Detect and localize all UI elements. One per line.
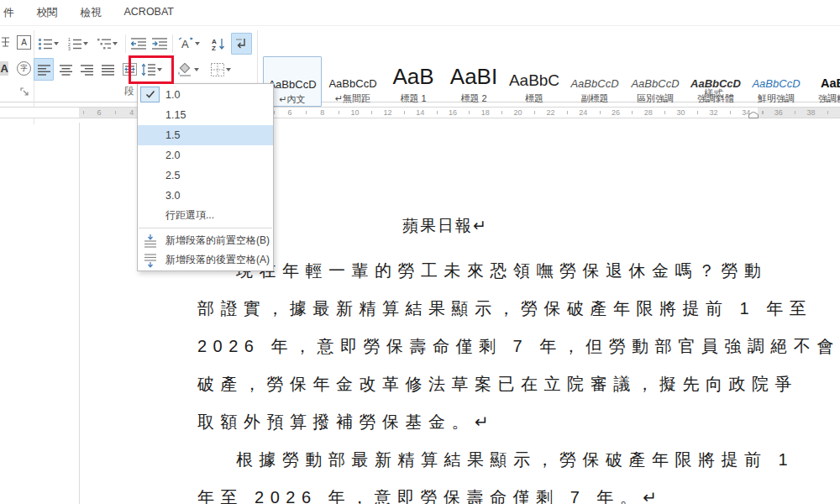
style-gallery-item[interactable]: AaBbCcD區別強調 [626, 56, 685, 107]
ruler-tick [371, 111, 372, 114]
ruler-number: 38 [803, 108, 820, 118]
document-text-line[interactable]: 部證實，據最新精算結果顯示，勞保破產年限將提前 1 年至 [197, 290, 769, 328]
numbering-caret-icon [83, 42, 88, 45]
ruler-number: 12 [379, 108, 396, 118]
style-sample: AaBbCcD [747, 56, 806, 90]
shading-caret-icon [194, 68, 199, 71]
spacing-option-3.0[interactable]: 3.0 [138, 186, 273, 206]
menu-tab-4[interactable]: ACROBAT [124, 6, 175, 20]
character-border-icon[interactable]: A [15, 34, 33, 51]
style-sample: AaBbC [505, 56, 564, 90]
spacing-option-1.15[interactable]: 1.15 [138, 105, 273, 125]
style-label: ↵無間距 [323, 92, 382, 105]
phonetic-guide-icon[interactable] [0, 34, 12, 50]
menu-tab-3[interactable]: 檢視 [81, 6, 102, 20]
enclose-characters-glyph: 字 [17, 61, 31, 76]
ruler-number: 32 [705, 108, 722, 118]
document-text-line[interactable]: 取額外預算撥補勞保基金。↵ [197, 403, 769, 441]
spacing-option-2.0[interactable]: 2.0 [138, 145, 273, 165]
line-spacing-caret-icon [157, 68, 162, 71]
style-gallery-item[interactable]: AaBbCcD鮮明強調 [747, 56, 806, 107]
spacing-option-1.5[interactable]: 1.5 [138, 125, 273, 145]
line-spacing-button[interactable] [135, 59, 168, 81]
multilevel-caret-icon [113, 42, 118, 45]
style-sample: AaBbCcD [626, 56, 685, 90]
ribbon: A A 字 123 A [0, 26, 840, 102]
style-label: 鮮明強調 [747, 92, 806, 105]
page-left-edge [79, 123, 80, 504]
document-body[interactable]: 現在年輕一輩的勞工未來恐領嘸勞保退休金嗎？勞動部證實，據最新精算結果顯示，勞保破… [197, 252, 769, 504]
spacing-option-1.0[interactable]: 1.0 [138, 85, 273, 105]
bullets-button[interactable] [36, 34, 61, 54]
show-paragraph-marks-button[interactable] [231, 33, 252, 55]
increase-indent-button[interactable] [150, 34, 169, 54]
spacing-option-label: 1.5 [165, 129, 180, 141]
borders-button[interactable] [206, 58, 236, 81]
document-text-line[interactable]: 破產，勞保年金改革修法草案已在立院審議，擬先向政院爭 [197, 365, 769, 403]
spacing-option-label: 2.5 [165, 170, 180, 181]
style-sample: AaBb [807, 56, 840, 90]
style-gallery-item[interactable]: AaBI標題 2 [444, 56, 503, 107]
ruler-tick [501, 111, 502, 114]
styles-gallery: AaBbCcD↵內文AaBbCcD↵無間距AaB標題 1AaBI標題 2AaBb… [259, 55, 840, 108]
line-spacing-menu: 1.01.151.52.02.53.0行距選項...新增段落的前置空格(B)新增… [137, 83, 274, 271]
menu-tab-1[interactable]: 件 [3, 6, 14, 20]
ruler-number: 36 [770, 108, 787, 118]
spacing-option-label: 1.15 [165, 109, 186, 121]
style-sample: AaBbCcD [565, 56, 624, 90]
separator [125, 34, 126, 53]
add-space-after-item[interactable]: 新增段落的後置空格(A) [138, 250, 273, 270]
document-text-line[interactable]: 2026 年，意即勞保壽命僅剩 7 年，但勞動部官員強調絕不會 [197, 328, 769, 365]
add-space-before-item[interactable]: 新增段落的前置空格(B) [138, 231, 273, 250]
ruler-number: 6 [91, 108, 108, 118]
borders-caret-icon [226, 68, 231, 71]
align-center-button[interactable] [55, 58, 76, 81]
spacing-option-label: 3.0 [165, 190, 180, 202]
decrease-indent-button[interactable] [129, 34, 148, 54]
numbering-button[interactable]: 123 [66, 34, 91, 54]
align-left-button[interactable] [34, 58, 54, 81]
ruler-number: 10 [347, 108, 364, 118]
enclose-characters-icon[interactable]: 字 [15, 60, 33, 77]
spacing-option-2.5[interactable]: 2.5 [138, 165, 273, 186]
add-space-after-icon [143, 253, 158, 268]
style-gallery-item[interactable]: AaBbCcD副標題 [565, 56, 624, 107]
style-label: 強調粗體 [807, 92, 840, 105]
document-text-line[interactable]: 現在年輕一輩的勞工未來恐領嘸勞保退休金嗎？勞動 [197, 252, 769, 290]
ruler-tick [437, 111, 438, 114]
justify-button[interactable] [97, 58, 118, 81]
style-label: 副標題 [565, 92, 624, 105]
add-space-after-item-label: 新增段落的後置空格(A) [165, 253, 270, 267]
ruler-tick [730, 111, 731, 114]
style-gallery-item[interactable]: AaBb強調粗體 [807, 56, 840, 107]
align-right-button[interactable] [76, 58, 97, 81]
asian-layout-button[interactable]: A [176, 34, 202, 54]
ruler-tick [664, 111, 665, 114]
ruler-tick [697, 111, 698, 114]
ruler-number: 30 [673, 108, 690, 118]
menu-tab-2[interactable]: 校閱 [37, 6, 58, 20]
line-spacing-options-item[interactable]: 行距選項... [138, 206, 273, 225]
document-text-line[interactable]: 根據勞動部最新精算結果顯示，勞保破產年限將提前 1 [197, 441, 769, 479]
style-label: 區別強調 [626, 92, 685, 105]
style-gallery-item[interactable]: AaB標題 1 [384, 56, 443, 107]
ruler-number: 14 [412, 108, 428, 118]
ruler-tick [306, 111, 307, 114]
style-gallery-item[interactable]: AaBbCcD↵無間距 [323, 56, 382, 107]
svg-text:Z: Z [212, 45, 216, 51]
ruler-tick [115, 111, 116, 114]
ruler-number: 24 [575, 108, 591, 118]
document-text-line[interactable]: 年至 2026 年，意即勞保壽命僅剩 7 年。↵ [197, 479, 769, 504]
styles-group-label: 樣式 [704, 87, 723, 100]
shading-button[interactable] [174, 58, 202, 81]
font-group-dialog-launcher[interactable] [18, 86, 30, 97]
sort-button[interactable]: AZ [207, 34, 229, 54]
ruler-number: 6 [281, 108, 298, 118]
ruler-number: 8 [314, 108, 331, 118]
spacing-option-label: 1.0 [165, 89, 180, 101]
svg-text:A: A [181, 38, 189, 50]
multilevel-list-button[interactable] [94, 34, 121, 54]
character-shading-icon[interactable]: A [0, 60, 12, 76]
style-gallery-item[interactable]: AaBbC標題 [505, 56, 564, 107]
horizontal-ruler[interactable]: 6468101214161820222426283032343638 [0, 107, 840, 118]
